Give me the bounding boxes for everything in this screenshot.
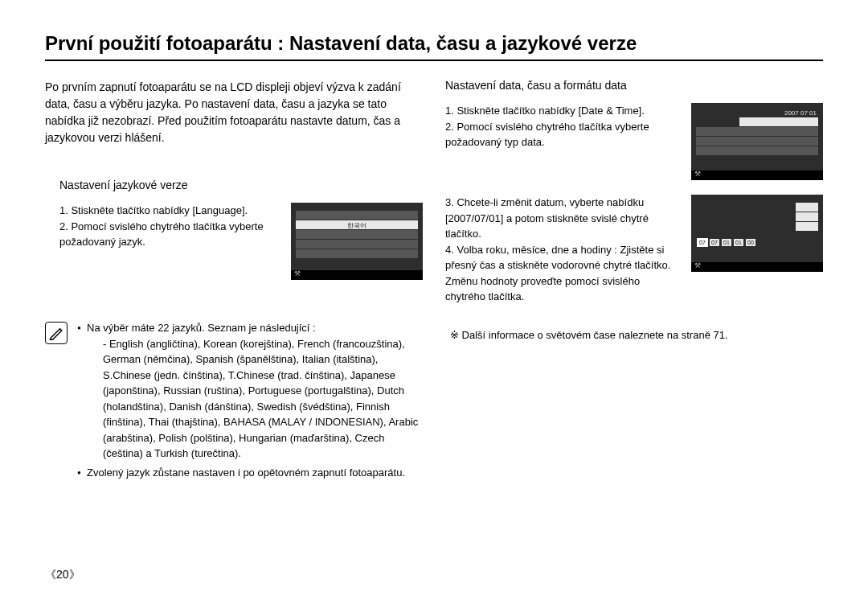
language-menu-preview: 한국어 ⚒	[291, 203, 423, 280]
date-step-2: 2. Pomocí svislého chytrého tlačítka vyb…	[445, 119, 678, 150]
date-steps-text-a: 1. Stiskněte tlačítko nabídky [Date & Ti…	[445, 103, 678, 180]
date-steps-text-b: 3. Chcete-li změnit datum, vyberte nabíd…	[445, 195, 678, 305]
world-time-footnote: ※ Další informace o světovém čase nalezn…	[445, 329, 823, 341]
page-title: První použití fotoaparátu : Nastavení da…	[45, 32, 823, 61]
date-year-pill: 07	[698, 239, 707, 246]
date-step-3: 3. Chcete-li změnit datum, vyberte nabíd…	[445, 195, 678, 242]
tool-icon: ⚒	[694, 170, 702, 178]
language-steps-text: 1. Stiskněte tlačítko nabídky [Language]…	[45, 203, 278, 280]
date-min-pill: 00	[746, 239, 755, 246]
language-steps-block: 1. Stiskněte tlačítko nabídky [Language]…	[45, 203, 423, 280]
left-column: Po prvním zapnutí fotoaparátu se na LCD …	[45, 79, 423, 483]
intro-paragraph: Po prvním zapnutí fotoaparátu se na LCD …	[45, 79, 423, 146]
date-hour-pill: 01	[734, 239, 743, 246]
date-step-1: 1. Stiskněte tlačítko nabídky [Date & Ti…	[445, 103, 678, 119]
note-intro-text: Na výběr máte 22 jazyků. Seznam je násle…	[87, 322, 316, 334]
date-menu-preview: 2007 07 01 ⚒	[691, 103, 823, 180]
language-step-2: 2. Pomocí svislého chytrého tlačítka vyb…	[59, 219, 278, 250]
date-steps-block-a: 1. Stiskněte tlačítko nabídky [Date & Ti…	[445, 103, 823, 180]
tool-icon: ⚒	[694, 261, 702, 269]
left-subheading: Nastavení jazykové verze	[59, 179, 423, 191]
language-step-1: 1. Stiskněte tlačítko nabídky [Language]…	[59, 203, 278, 219]
date-month-pill: 07	[710, 239, 719, 246]
note-language-list: - English (angličtina), Korean (korejšti…	[87, 336, 423, 462]
two-column-layout: Po prvním zapnutí fotoaparátu se na LCD …	[45, 79, 823, 483]
date-day-pill: 01	[722, 239, 731, 246]
note-languages: Na výběr máte 22 jazyků. Seznam je násle…	[77, 320, 423, 462]
date-values-preview: 07 07 01 01 00 ⚒	[691, 195, 823, 272]
note-persist: Zvolený jazyk zůstane nastaven i po opět…	[77, 465, 423, 481]
right-column: Nastavení data, času a formátu data 1. S…	[445, 79, 823, 483]
date-steps-block-b: 3. Chcete-li změnit datum, vyberte nabíd…	[445, 195, 823, 305]
note-block: Na výběr máte 22 jazyků. Seznam je násle…	[45, 320, 423, 483]
note-list: Na výběr máte 22 jazyků. Seznam je násle…	[77, 320, 423, 483]
date-preview-topbar: 2007 07 01	[784, 109, 817, 117]
tool-icon: ⚒	[293, 269, 301, 277]
language-selected-label: 한국어	[346, 221, 368, 230]
date-step-4: 4. Volba roku, měsíce, dne a hodiny : Zj…	[445, 242, 678, 305]
page-number: 《20》	[45, 568, 80, 582]
right-subheading: Nastavení data, času a formátu data	[445, 79, 823, 92]
note-icon	[45, 322, 68, 344]
